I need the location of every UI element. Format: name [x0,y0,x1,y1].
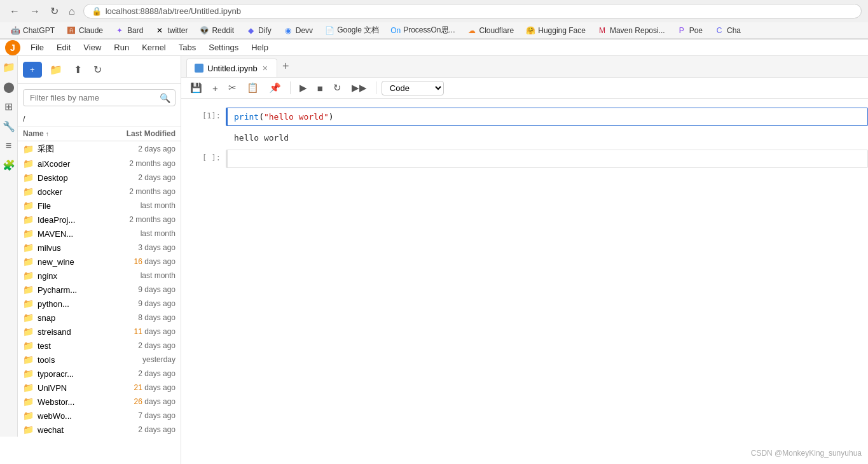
running-icon[interactable]: ⬤ [3,81,15,93]
bookmark-2[interactable]: ✦Bard [109,24,148,37]
commands-icon[interactable]: ⊞ [4,101,13,113]
file-row[interactable]: 📁 aiXcoder 2 months ago [18,157,181,171]
cut-button[interactable]: ✂ [224,80,240,95]
bookmark-11[interactable]: MMaven Reposi... [592,24,670,37]
file-name: 📁 snap [23,313,93,323]
paste-button[interactable]: 📌 [265,80,285,95]
file-date: last month [93,271,176,280]
bookmark-3[interactable]: ✕twitter [149,24,193,37]
file-row[interactable]: 📁 采图 2 days ago [18,141,181,157]
save-button[interactable]: 💾 [186,80,206,95]
refresh-button[interactable]: ↻ [90,61,106,78]
file-name: 📁 MAVEN... [23,228,93,239]
menu-item-edit[interactable]: Edit [50,39,77,55]
file-row[interactable]: 📁 webWo... 7 days ago [18,409,181,423]
menu-item-kernel[interactable]: Kernel [135,39,172,55]
file-row[interactable]: 📁 IdeaProj... 2 months ago [18,213,181,227]
bookmark-1[interactable]: 🅰Claude [61,24,108,37]
folder-icon: 📁 [23,425,34,435]
restart-button[interactable]: ↻ [329,80,345,95]
forward-button[interactable]: → [27,4,43,18]
tab-close-button[interactable]: × [261,63,269,73]
bookmark-4[interactable]: 👽Reddit [194,24,239,37]
sort-date-column[interactable]: Last Modified [93,129,176,138]
bookmark-icon-1: 🅰 [66,25,76,36]
file-date: 3 days ago [93,243,176,252]
file-name: 📁 UniVPN [23,383,93,393]
file-row[interactable]: 📁 MAVEN... last month [18,227,181,241]
file-row[interactable]: 📁 snap 8 days ago [18,311,181,325]
bookmark-8[interactable]: OnProcessOn思... [385,24,460,37]
file-name: 📁 typoracr... [23,369,93,379]
tabs-icon[interactable]: ≡ [6,140,11,151]
bookmark-12[interactable]: PPoe [672,24,708,37]
menu-item-view[interactable]: View [77,39,107,55]
menu-item-help[interactable]: Help [245,39,275,55]
interrupt-button[interactable]: ■ [313,81,327,95]
files-icon[interactable]: 📁 [3,61,15,73]
menu-item-settings[interactable]: Settings [202,39,245,55]
file-row[interactable]: 📁 wechat 2 days ago [18,423,181,437]
file-name: 📁 nginx [23,271,93,281]
file-row[interactable]: 📁 python... 9 days ago [18,297,181,311]
folder-icon: 📁 [23,285,34,295]
back-button[interactable]: ← [6,4,23,18]
file-row[interactable]: 📁 tools yesterday [18,353,181,367]
search-icon: 🔍 [160,93,170,103]
bookmark-5[interactable]: ◆Dify [240,24,277,37]
menu-item-file[interactable]: File [24,39,50,55]
notebook-tab[interactable]: Untitled.ipynb × [186,59,277,77]
bookmark-6[interactable]: ◉Devv [278,24,318,37]
search-box: 🔍 [23,89,176,106]
file-row[interactable]: 📁 test 2 days ago [18,339,181,353]
cell-1-input[interactable]: print("hello world") [226,108,868,126]
property-inspector-icon[interactable]: 🔧 [3,120,15,132]
file-row[interactable]: 📁 UniVPN 21 days ago [18,381,181,395]
menu-item-run[interactable]: Run [107,39,135,55]
bookmarks-bar: 🤖ChatGPT🅰Claude✦Bard✕twitter👽Reddit◆Dify… [0,22,868,39]
watermark: CSDN @MonkeyKing_sunyuhua [751,449,862,458]
file-row[interactable]: 📁 typoracr... 2 days ago [18,367,181,381]
file-row[interactable]: 📁 new_wine 16 days ago [18,255,181,269]
file-row[interactable]: 📁 Desktop 2 days ago [18,171,181,185]
file-row[interactable]: 📁 nginx last month [18,269,181,283]
upload-button[interactable]: ⬆ [70,61,86,78]
extensions-icon[interactable]: 🧩 [3,159,15,171]
bookmark-13[interactable]: CCha [709,24,746,37]
new-file-button[interactable]: + [23,62,42,78]
cell-1-output-gutter [181,129,226,147]
file-date: 2 days ago [93,425,176,434]
file-row[interactable]: 📁 File last month [18,199,181,213]
sort-name-column[interactable]: Name ↑ [23,129,93,138]
file-row[interactable]: 📁 streisand 11 days ago [18,325,181,339]
reload-button[interactable]: ↻ [47,4,62,18]
search-input[interactable] [23,89,176,106]
cell-2-input[interactable] [226,150,868,168]
file-date: 21 days ago [93,383,176,392]
address-bar[interactable]: 🔒 localhost:8888/lab/tree/Untitled.ipynb [83,4,862,18]
file-row[interactable]: 📁 docker 2 months ago [18,185,181,199]
file-row[interactable]: 📁 Webstor... 26 days ago [18,395,181,409]
cell-type-select[interactable]: Code Markdown Raw [382,81,444,95]
add-cell-button[interactable]: + [209,81,222,95]
bookmark-10[interactable]: 🤗Hugging Face [520,24,591,37]
run-all-button[interactable]: ▶▶ [348,80,371,95]
add-tab-button[interactable]: + [277,57,294,76]
new-folder-button[interactable]: 📁 [46,61,66,78]
folder-icon: 📁 [23,228,34,239]
folder-icon: 📁 [23,214,34,225]
file-row[interactable]: 📁 Pycharm... 9 days ago [18,283,181,297]
bookmark-9[interactable]: ☁Cloudflare [462,24,520,37]
menu-item-tabs[interactable]: Tabs [172,39,202,55]
bookmark-7[interactable]: 📄Google 文档 [319,24,384,37]
file-name: 📁 wechat [23,425,93,435]
copy-button[interactable]: 📋 [243,80,263,95]
file-browser: 📁 采图 2 days ago 📁 aiXcoder 2 months ago … [18,141,181,437]
file-row[interactable]: 📁 milvus 3 days ago [18,241,181,255]
home-button[interactable]: ⌂ [65,4,78,18]
bookmark-0[interactable]: 🤖ChatGPT [5,24,60,37]
file-name: 📁 python... [23,299,93,309]
run-button[interactable]: ▶ [296,80,311,95]
file-date: 9 days ago [93,285,176,294]
bookmark-icon-5: ◆ [245,25,256,36]
